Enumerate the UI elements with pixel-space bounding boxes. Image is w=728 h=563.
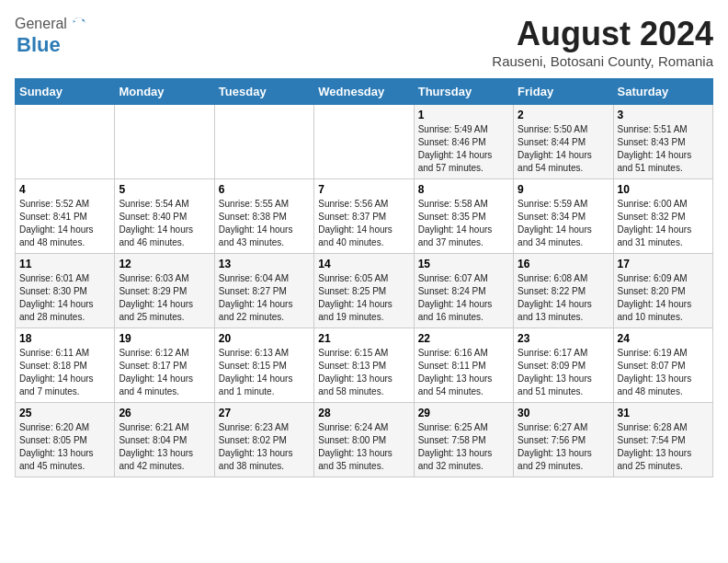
title-area: August 2024 Rauseni, Botosani County, Ro… <box>492 15 713 69</box>
day-number: 26 <box>119 407 210 419</box>
day-number: 31 <box>618 407 709 419</box>
day-info: Sunrise: 6:16 AM Sunset: 8:11 PM Dayligh… <box>418 347 509 398</box>
day-info: Sunrise: 6:23 AM Sunset: 8:02 PM Dayligh… <box>219 421 310 473</box>
day-info: Sunrise: 5:59 AM Sunset: 8:34 PM Dayligh… <box>518 198 609 249</box>
day-info: Sunrise: 5:51 AM Sunset: 8:43 PM Dayligh… <box>618 123 709 175</box>
day-info: Sunrise: 6:09 AM Sunset: 8:20 PM Dayligh… <box>618 272 709 324</box>
day-info: Sunrise: 6:07 AM Sunset: 8:24 PM Dayligh… <box>418 272 509 324</box>
day-number: 18 <box>19 332 110 345</box>
day-number: 16 <box>518 258 609 270</box>
day-number: 11 <box>19 258 110 270</box>
weekday-header-monday: Monday <box>115 79 214 105</box>
day-number: 5 <box>119 183 210 196</box>
day-number: 2 <box>518 109 609 121</box>
calendar-cell: 17Sunrise: 6:09 AM Sunset: 8:20 PM Dayli… <box>613 254 712 328</box>
day-number: 7 <box>318 183 409 196</box>
calendar-cell: 24Sunrise: 6:19 AM Sunset: 8:07 PM Dayli… <box>613 328 712 403</box>
day-number: 8 <box>418 183 509 196</box>
calendar-cell: 26Sunrise: 6:21 AM Sunset: 8:04 PM Dayli… <box>115 403 214 477</box>
calendar-week-row: 18Sunrise: 6:11 AM Sunset: 8:18 PM Dayli… <box>16 328 713 403</box>
day-number: 24 <box>618 332 709 345</box>
day-info: Sunrise: 6:11 AM Sunset: 8:18 PM Dayligh… <box>19 347 110 398</box>
day-number: 20 <box>219 332 310 345</box>
day-number: 3 <box>618 109 709 121</box>
weekday-header-thursday: Thursday <box>414 79 513 105</box>
calendar-cell <box>314 105 414 179</box>
weekday-header-sunday: Sunday <box>16 79 115 105</box>
header: General Blue August 2024 Rauseni, Botosa… <box>15 15 713 69</box>
day-number: 10 <box>618 183 709 196</box>
calendar-cell: 11Sunrise: 6:01 AM Sunset: 8:30 PM Dayli… <box>16 254 115 328</box>
weekday-header-friday: Friday <box>514 79 613 105</box>
day-info: Sunrise: 6:21 AM Sunset: 8:04 PM Dayligh… <box>119 421 210 473</box>
calendar-cell: 25Sunrise: 6:20 AM Sunset: 8:05 PM Dayli… <box>16 403 115 477</box>
day-number: 1 <box>418 109 509 121</box>
calendar-cell: 9Sunrise: 5:59 AM Sunset: 8:34 PM Daylig… <box>514 179 613 254</box>
calendar-week-row: 11Sunrise: 6:01 AM Sunset: 8:30 PM Dayli… <box>16 254 713 328</box>
day-info: Sunrise: 5:50 AM Sunset: 8:44 PM Dayligh… <box>518 123 609 175</box>
month-year-title: August 2024 <box>492 15 713 53</box>
day-info: Sunrise: 6:03 AM Sunset: 8:29 PM Dayligh… <box>119 272 210 324</box>
day-number: 12 <box>119 258 210 270</box>
day-number: 23 <box>518 332 609 345</box>
calendar-cell: 7Sunrise: 5:56 AM Sunset: 8:37 PM Daylig… <box>314 179 414 254</box>
day-info: Sunrise: 6:08 AM Sunset: 8:22 PM Dayligh… <box>518 272 609 324</box>
calendar-cell: 12Sunrise: 6:03 AM Sunset: 8:29 PM Dayli… <box>115 254 214 328</box>
day-info: Sunrise: 6:05 AM Sunset: 8:25 PM Dayligh… <box>318 272 409 324</box>
calendar-cell: 29Sunrise: 6:25 AM Sunset: 7:58 PM Dayli… <box>414 403 513 477</box>
day-info: Sunrise: 6:25 AM Sunset: 7:58 PM Dayligh… <box>418 421 509 473</box>
day-number: 30 <box>518 407 609 419</box>
calendar-cell: 19Sunrise: 6:12 AM Sunset: 8:17 PM Dayli… <box>115 328 214 403</box>
calendar-cell: 13Sunrise: 6:04 AM Sunset: 8:27 PM Dayli… <box>214 254 313 328</box>
calendar-cell <box>16 105 115 179</box>
calendar-cell: 8Sunrise: 5:58 AM Sunset: 8:35 PM Daylig… <box>414 179 513 254</box>
day-info: Sunrise: 6:13 AM Sunset: 8:15 PM Dayligh… <box>219 347 310 398</box>
day-info: Sunrise: 5:52 AM Sunset: 8:41 PM Dayligh… <box>19 198 110 249</box>
calendar-cell <box>214 105 313 179</box>
day-info: Sunrise: 6:28 AM Sunset: 7:54 PM Dayligh… <box>618 421 709 473</box>
calendar-cell: 16Sunrise: 6:08 AM Sunset: 8:22 PM Dayli… <box>514 254 613 328</box>
calendar-cell: 4Sunrise: 5:52 AM Sunset: 8:41 PM Daylig… <box>16 179 115 254</box>
calendar-cell: 31Sunrise: 6:28 AM Sunset: 7:54 PM Dayli… <box>613 403 712 477</box>
calendar-cell: 28Sunrise: 6:24 AM Sunset: 8:00 PM Dayli… <box>314 403 414 477</box>
calendar-cell: 18Sunrise: 6:11 AM Sunset: 8:18 PM Dayli… <box>16 328 115 403</box>
day-info: Sunrise: 6:04 AM Sunset: 8:27 PM Dayligh… <box>219 272 310 324</box>
day-number: 17 <box>618 258 709 270</box>
weekday-header-tuesday: Tuesday <box>214 79 313 105</box>
day-info: Sunrise: 6:27 AM Sunset: 7:56 PM Dayligh… <box>518 421 609 473</box>
calendar-cell: 27Sunrise: 6:23 AM Sunset: 8:02 PM Dayli… <box>214 403 313 477</box>
calendar-table: SundayMondayTuesdayWednesdayThursdayFrid… <box>15 78 713 477</box>
day-info: Sunrise: 6:12 AM Sunset: 8:17 PM Dayligh… <box>119 347 210 398</box>
calendar-cell <box>115 105 214 179</box>
calendar-cell: 20Sunrise: 6:13 AM Sunset: 8:15 PM Dayli… <box>214 328 313 403</box>
calendar-cell: 15Sunrise: 6:07 AM Sunset: 8:24 PM Dayli… <box>414 254 513 328</box>
weekday-header-wednesday: Wednesday <box>314 79 414 105</box>
day-info: Sunrise: 6:24 AM Sunset: 8:00 PM Dayligh… <box>318 421 409 473</box>
day-info: Sunrise: 6:01 AM Sunset: 8:30 PM Dayligh… <box>19 272 110 324</box>
calendar-cell: 2Sunrise: 5:50 AM Sunset: 8:44 PM Daylig… <box>514 105 613 179</box>
logo-general-text: General <box>15 16 67 32</box>
day-info: Sunrise: 5:56 AM Sunset: 8:37 PM Dayligh… <box>318 198 409 249</box>
weekday-header-row: SundayMondayTuesdayWednesdayThursdayFrid… <box>16 79 713 105</box>
day-number: 28 <box>318 407 409 419</box>
logo-bird-icon <box>69 15 87 33</box>
day-number: 9 <box>518 183 609 196</box>
day-info: Sunrise: 6:15 AM Sunset: 8:13 PM Dayligh… <box>318 347 409 398</box>
day-number: 27 <box>219 407 310 419</box>
day-info: Sunrise: 6:20 AM Sunset: 8:05 PM Dayligh… <box>19 421 110 473</box>
calendar-cell: 21Sunrise: 6:15 AM Sunset: 8:13 PM Dayli… <box>314 328 414 403</box>
day-info: Sunrise: 5:58 AM Sunset: 8:35 PM Dayligh… <box>418 198 509 249</box>
day-number: 25 <box>19 407 110 419</box>
calendar-cell: 23Sunrise: 6:17 AM Sunset: 8:09 PM Dayli… <box>514 328 613 403</box>
location-subtitle: Rauseni, Botosani County, Romania <box>492 53 713 69</box>
day-info: Sunrise: 6:19 AM Sunset: 8:07 PM Dayligh… <box>618 347 709 398</box>
day-number: 4 <box>19 183 110 196</box>
day-info: Sunrise: 6:17 AM Sunset: 8:09 PM Dayligh… <box>518 347 609 398</box>
day-info: Sunrise: 5:49 AM Sunset: 8:46 PM Dayligh… <box>418 123 509 175</box>
calendar-cell: 30Sunrise: 6:27 AM Sunset: 7:56 PM Dayli… <box>514 403 613 477</box>
calendar-week-row: 4Sunrise: 5:52 AM Sunset: 8:41 PM Daylig… <box>16 179 713 254</box>
day-number: 29 <box>418 407 509 419</box>
day-number: 14 <box>318 258 409 270</box>
calendar-cell: 6Sunrise: 5:55 AM Sunset: 8:38 PM Daylig… <box>214 179 313 254</box>
day-number: 19 <box>119 332 210 345</box>
